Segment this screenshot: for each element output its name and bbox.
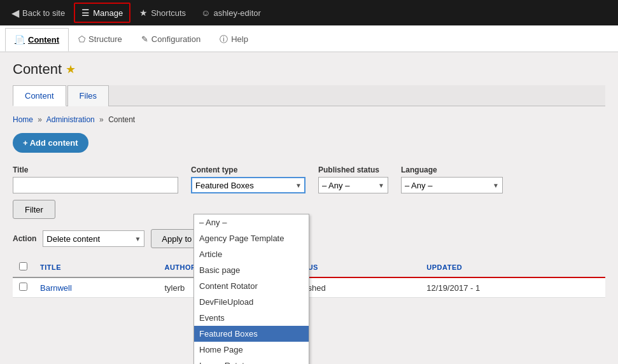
published-status-filter-field: Published status – Any – Published Unpub… bbox=[318, 165, 388, 193]
nav-structure[interactable]: ⬠ Structure bbox=[69, 27, 132, 51]
title-filter-field: Title bbox=[13, 165, 178, 193]
content-area: Content ★ Content Files Home » Administr… bbox=[0, 52, 618, 307]
back-to-site-label: Back to site bbox=[22, 8, 65, 18]
title-filter-label: Title bbox=[13, 165, 178, 174]
row-updated-cell: 12/19/2017 - 1 bbox=[420, 277, 605, 298]
action-select[interactable]: Delete content bbox=[43, 230, 144, 247]
top-nav: ◀ Back to site ☰ Manage ★ Shortcuts ☺ as… bbox=[0, 0, 618, 25]
filter-section: Title Content type – Any – Agency Page T… bbox=[13, 165, 605, 219]
published-status-select-wrap: – Any – Published Unpublished ▼ bbox=[318, 177, 388, 193]
manage-button[interactable]: ☰ Manage bbox=[74, 3, 130, 23]
nav-structure-label: Structure bbox=[88, 34, 122, 44]
published-status-label: Published status bbox=[318, 165, 388, 174]
language-label: Language bbox=[401, 165, 503, 174]
select-all-checkbox[interactable] bbox=[19, 262, 27, 270]
breadcrumb: Home » Administration » Content bbox=[13, 115, 605, 124]
dropdown-item-rotator[interactable]: Content Rotator bbox=[194, 278, 309, 294]
shortcuts-label: Shortcuts bbox=[151, 8, 186, 18]
tab-files[interactable]: Files bbox=[67, 85, 109, 106]
manage-icon: ☰ bbox=[81, 8, 90, 18]
bookmark-icon[interactable]: ★ bbox=[66, 62, 76, 76]
filter-button[interactable]: Filter bbox=[13, 200, 55, 219]
title-filter-input[interactable] bbox=[13, 177, 178, 193]
dropdown-item-devfile[interactable]: DevFileUpload bbox=[194, 294, 309, 307]
action-select-wrap: Delete content ▼ bbox=[43, 230, 144, 247]
updated-column-header[interactable]: UPDATED bbox=[420, 257, 605, 277]
nav-configuration-label: Configuration bbox=[151, 34, 200, 44]
title-column-header[interactable]: TITLE bbox=[34, 257, 158, 277]
content-type-filter-field: Content type – Any – Agency Page Templat… bbox=[191, 165, 305, 193]
content-type-label: Content type bbox=[191, 165, 305, 174]
page-title: Content ★ bbox=[13, 61, 605, 78]
content-nav-icon: 📄 bbox=[15, 35, 25, 45]
filter-row: Title Content type – Any – Agency Page T… bbox=[13, 165, 605, 193]
second-nav: 📄 Content ⬠ Structure ✎ Configuration ⓘ … bbox=[0, 25, 618, 52]
breadcrumb-admin[interactable]: Administration bbox=[46, 115, 95, 124]
published-status-select[interactable]: – Any – Published Unpublished bbox=[318, 177, 388, 193]
user-label: ashley-editor bbox=[213, 8, 260, 18]
help-nav-icon: ⓘ bbox=[220, 34, 228, 45]
manage-label: Manage bbox=[93, 8, 123, 18]
content-type-select[interactable]: – Any – Agency Page Template Article Bas… bbox=[191, 177, 305, 193]
star-nav-icon: ★ bbox=[139, 8, 148, 18]
tab-bar: Content Files bbox=[13, 85, 605, 106]
nav-content[interactable]: 📄 Content bbox=[5, 28, 69, 52]
nav-help[interactable]: ⓘ Help bbox=[210, 27, 258, 52]
structure-nav-icon: ⬠ bbox=[78, 34, 85, 44]
dropdown-item-basic[interactable]: Basic page bbox=[194, 262, 309, 278]
shortcuts-button[interactable]: ★ Shortcuts bbox=[133, 4, 192, 22]
config-nav-icon: ✎ bbox=[141, 34, 148, 44]
dropdown-item-agency[interactable]: Agency Page Template bbox=[194, 230, 309, 246]
dropdown-item-any[interactable]: – Any – bbox=[194, 214, 309, 230]
user-menu-button[interactable]: ☺ ashley-editor bbox=[195, 4, 267, 22]
nav-content-label: Content bbox=[28, 35, 59, 45]
row-checkbox-cell bbox=[13, 277, 34, 298]
back-to-site-button[interactable]: ◀ Back to site bbox=[5, 3, 71, 23]
dropdown-item-article[interactable]: Article bbox=[194, 246, 309, 262]
row-title-cell: Barnwell bbox=[34, 277, 158, 298]
language-select-wrap: – Any – English ▼ bbox=[401, 177, 503, 193]
add-content-button[interactable]: + Add content bbox=[13, 133, 88, 153]
action-label: Action bbox=[13, 234, 36, 243]
row-title-link[interactable]: Barnwell bbox=[40, 283, 72, 293]
breadcrumb-home[interactable]: Home bbox=[13, 115, 33, 124]
user-icon: ☺ bbox=[201, 8, 210, 18]
tab-content[interactable]: Content bbox=[13, 85, 66, 106]
nav-help-label: Help bbox=[231, 34, 248, 44]
language-select[interactable]: – Any – English bbox=[401, 177, 503, 193]
language-filter-field: Language – Any – English ▼ bbox=[401, 165, 503, 193]
content-type-dropdown-popup: – Any – Agency Page Template Article Bas… bbox=[193, 214, 309, 307]
content-type-select-wrap: – Any – Agency Page Template Article Bas… bbox=[191, 177, 305, 193]
select-all-header bbox=[13, 257, 34, 277]
back-arrow-icon: ◀ bbox=[11, 7, 19, 19]
breadcrumb-current: Content bbox=[108, 115, 135, 124]
nav-configuration[interactable]: ✎ Configuration bbox=[132, 27, 210, 51]
row-checkbox[interactable] bbox=[19, 283, 27, 291]
